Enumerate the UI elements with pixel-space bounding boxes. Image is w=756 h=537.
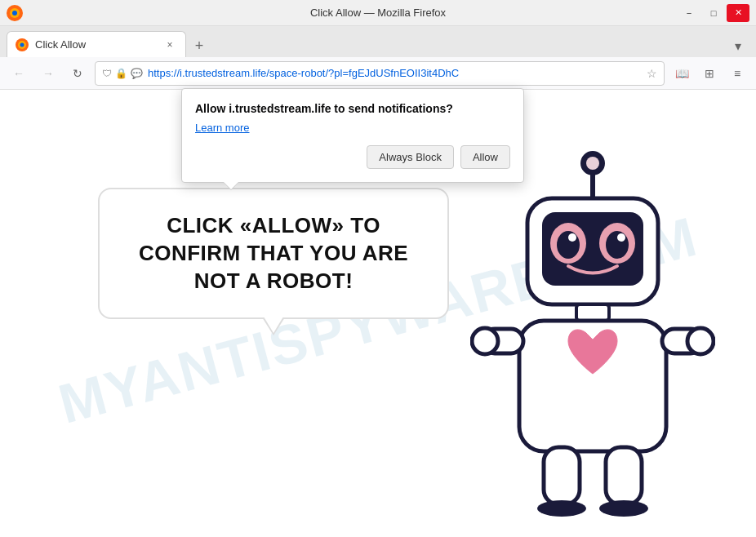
learn-more-link[interactable]: Learn more — [195, 122, 510, 134]
svg-point-2 — [12, 11, 17, 16]
tab-favicon — [16, 38, 29, 51]
svg-point-25 — [537, 500, 586, 517]
svg-point-8 — [586, 157, 599, 170]
bubble-text: CLICK «ALLOW» TO CONFIRM THAT YOU ARE NO… — [124, 212, 423, 295]
svg-point-5 — [20, 42, 24, 47]
allow-button[interactable]: Allow — [460, 145, 510, 169]
url-text: https://i.trustedstream.life/space-robot… — [148, 67, 642, 79]
svg-point-16 — [617, 233, 625, 242]
minimize-button[interactable]: − — [678, 4, 700, 22]
lock-icon: 🔒 — [115, 68, 127, 79]
svg-rect-24 — [606, 447, 642, 504]
popup-title: Allow i.trustedstream.life to send notif… — [195, 102, 510, 115]
svg-point-26 — [599, 500, 648, 517]
robot-illustration — [470, 145, 732, 537]
titlebar-left — [7, 5, 23, 21]
bookmark-star-icon[interactable]: ☆ — [647, 67, 657, 80]
forward-button[interactable]: → — [36, 61, 60, 86]
back-button[interactable]: ← — [7, 61, 31, 86]
extensions-button[interactable]: ⊞ — [697, 61, 722, 86]
titlebar-title: Click Allow — Mozilla Firefox — [310, 7, 446, 19]
tab-title: Click Allow — [35, 38, 156, 51]
svg-point-22 — [687, 328, 714, 354]
notification-icon: 💬 — [131, 68, 143, 79]
shield-icon: 🛡 — [102, 68, 112, 79]
svg-point-14 — [606, 231, 629, 259]
tab-close-button[interactable]: × — [162, 38, 177, 52]
tab-list-button[interactable]: ▾ — [727, 34, 749, 57]
nav-extra-buttons: 📖 ⊞ ≡ — [669, 61, 749, 86]
svg-point-20 — [472, 328, 498, 354]
pocket-button[interactable]: 📖 — [669, 61, 694, 86]
popup-buttons: Always Block Allow — [195, 145, 510, 169]
maximize-button[interactable]: □ — [702, 4, 725, 22]
titlebar: Click Allow — Mozilla Firefox − □ ✕ — [0, 0, 756, 26]
menu-button[interactable]: ≡ — [725, 61, 749, 86]
svg-rect-17 — [576, 304, 609, 321]
titlebar-controls: − □ ✕ — [678, 4, 749, 22]
tabbar: Click Allow × + ▾ — [0, 26, 756, 57]
urlbar[interactable]: 🛡 🔒 💬 https://i.trustedstream.life/space… — [95, 61, 665, 86]
svg-point-15 — [568, 233, 576, 242]
svg-point-13 — [557, 231, 580, 259]
navbar: ← → ↻ 🛡 🔒 💬 https://i.trustedstream.life… — [0, 57, 756, 90]
reload-button[interactable]: ↻ — [65, 61, 90, 86]
close-button[interactable]: ✕ — [727, 4, 749, 22]
new-tab-button[interactable]: + — [188, 34, 211, 57]
tab-click-allow[interactable]: Click Allow × — [7, 31, 186, 57]
svg-rect-23 — [544, 447, 580, 504]
notification-popup: Allow i.trustedstream.life to send notif… — [181, 88, 524, 183]
firefox-icon — [7, 5, 23, 21]
always-block-button[interactable]: Always Block — [367, 145, 454, 169]
speech-bubble: CLICK «ALLOW» TO CONFIRM THAT YOU ARE NO… — [98, 188, 449, 319]
urlbar-security-icons: 🛡 🔒 💬 — [102, 68, 143, 79]
